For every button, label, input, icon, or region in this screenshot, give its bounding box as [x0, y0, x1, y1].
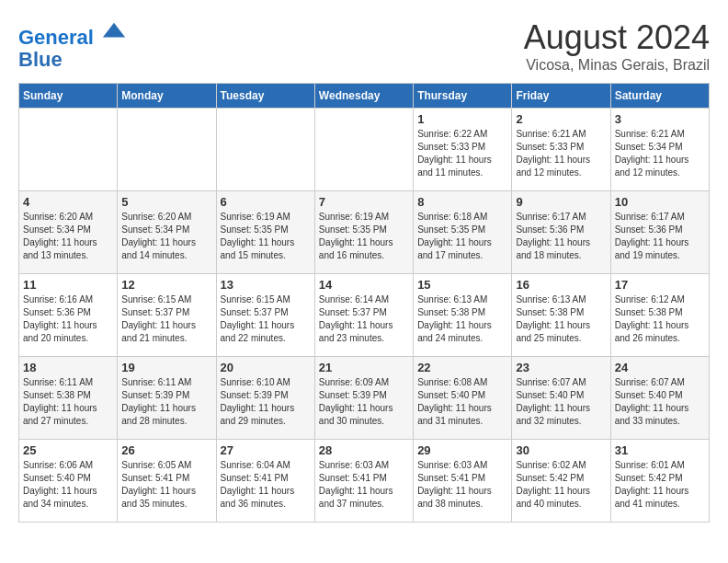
svg-marker-0	[103, 23, 125, 38]
calendar-cell: 29Sunrise: 6:03 AM Sunset: 5:41 PM Dayli…	[414, 440, 512, 523]
logo-icon	[101, 18, 127, 44]
calendar-body: 1Sunrise: 6:22 AM Sunset: 5:33 PM Daylig…	[19, 109, 710, 523]
calendar-cell: 2Sunrise: 6:21 AM Sunset: 5:33 PM Daylig…	[512, 109, 610, 191]
weekday-thursday: Thursday	[414, 84, 512, 109]
day-info: Sunrise: 6:12 AM Sunset: 5:38 PM Dayligh…	[615, 293, 705, 345]
day-number: 24	[615, 361, 705, 374]
calendar-cell	[216, 109, 314, 191]
week-row-1: 4Sunrise: 6:20 AM Sunset: 5:34 PM Daylig…	[19, 191, 710, 274]
calendar-cell	[19, 109, 118, 191]
calendar-cell: 18Sunrise: 6:11 AM Sunset: 5:38 PM Dayli…	[19, 357, 118, 440]
day-number: 2	[516, 112, 606, 126]
month-title: August 2024	[524, 18, 710, 57]
weekday-monday: Monday	[118, 84, 216, 109]
day-number: 26	[121, 443, 211, 457]
day-info: Sunrise: 6:07 AM Sunset: 5:40 PM Dayligh…	[615, 376, 705, 428]
day-number: 21	[319, 361, 409, 374]
calendar-cell: 16Sunrise: 6:13 AM Sunset: 5:38 PM Dayli…	[512, 274, 610, 357]
day-info: Sunrise: 6:14 AM Sunset: 5:37 PM Dayligh…	[319, 293, 409, 345]
day-number: 9	[516, 195, 606, 209]
calendar-cell: 21Sunrise: 6:09 AM Sunset: 5:39 PM Dayli…	[314, 357, 413, 440]
day-number: 23	[516, 361, 606, 374]
calendar-cell: 25Sunrise: 6:06 AM Sunset: 5:40 PM Dayli…	[19, 440, 118, 523]
logo-text: General Blue	[18, 18, 127, 71]
day-info: Sunrise: 6:20 AM Sunset: 5:34 PM Dayligh…	[121, 211, 211, 262]
day-number: 22	[417, 361, 507, 374]
day-info: Sunrise: 6:17 AM Sunset: 5:36 PM Dayligh…	[516, 211, 606, 262]
title-block: August 2024 Vicosa, Minas Gerais, Brazil	[524, 18, 710, 74]
calendar-cell: 17Sunrise: 6:12 AM Sunset: 5:38 PM Dayli…	[610, 274, 709, 357]
calendar-cell: 23Sunrise: 6:07 AM Sunset: 5:40 PM Dayli…	[512, 357, 610, 440]
calendar-cell: 30Sunrise: 6:02 AM Sunset: 5:42 PM Dayli…	[512, 440, 610, 523]
calendar-cell: 28Sunrise: 6:03 AM Sunset: 5:41 PM Dayli…	[314, 440, 413, 523]
day-info: Sunrise: 6:06 AM Sunset: 5:40 PM Dayligh…	[23, 459, 113, 511]
weekday-friday: Friday	[512, 84, 610, 109]
day-number: 15	[417, 278, 507, 292]
day-info: Sunrise: 6:02 AM Sunset: 5:42 PM Dayligh…	[516, 459, 606, 511]
day-number: 1	[417, 112, 507, 126]
logo: General Blue	[18, 18, 127, 71]
day-number: 18	[23, 361, 113, 374]
day-number: 19	[121, 361, 211, 374]
day-info: Sunrise: 6:22 AM Sunset: 5:33 PM Dayligh…	[417, 128, 507, 179]
logo-general: General	[18, 26, 94, 49]
day-number: 28	[319, 443, 409, 457]
day-info: Sunrise: 6:15 AM Sunset: 5:37 PM Dayligh…	[121, 293, 211, 345]
calendar-cell: 22Sunrise: 6:08 AM Sunset: 5:40 PM Dayli…	[414, 357, 512, 440]
day-number: 29	[417, 443, 507, 457]
day-info: Sunrise: 6:08 AM Sunset: 5:40 PM Dayligh…	[417, 376, 507, 428]
weekday-header-row: SundayMondayTuesdayWednesdayThursdayFrid…	[19, 84, 710, 109]
day-number: 5	[121, 195, 211, 209]
day-number: 14	[319, 278, 409, 292]
day-number: 4	[23, 195, 113, 209]
day-info: Sunrise: 6:01 AM Sunset: 5:42 PM Dayligh…	[615, 459, 705, 511]
day-number: 17	[615, 278, 705, 292]
day-info: Sunrise: 6:11 AM Sunset: 5:39 PM Dayligh…	[121, 376, 211, 428]
calendar-cell: 9Sunrise: 6:17 AM Sunset: 5:36 PM Daylig…	[512, 191, 610, 274]
day-number: 11	[23, 278, 113, 292]
day-info: Sunrise: 6:03 AM Sunset: 5:41 PM Dayligh…	[319, 459, 409, 511]
day-info: Sunrise: 6:21 AM Sunset: 5:34 PM Dayligh…	[615, 128, 705, 179]
day-number: 16	[516, 278, 606, 292]
page-header: General Blue August 2024 Vicosa, Minas G…	[18, 18, 710, 74]
day-number: 6	[221, 195, 311, 209]
week-row-0: 1Sunrise: 6:22 AM Sunset: 5:33 PM Daylig…	[19, 109, 710, 191]
calendar-cell: 27Sunrise: 6:04 AM Sunset: 5:41 PM Dayli…	[216, 440, 314, 523]
day-number: 12	[121, 278, 211, 292]
day-info: Sunrise: 6:16 AM Sunset: 5:36 PM Dayligh…	[23, 293, 113, 345]
day-info: Sunrise: 6:13 AM Sunset: 5:38 PM Dayligh…	[417, 293, 507, 345]
day-info: Sunrise: 6:04 AM Sunset: 5:41 PM Dayligh…	[221, 459, 311, 511]
week-row-3: 18Sunrise: 6:11 AM Sunset: 5:38 PM Dayli…	[19, 357, 710, 440]
calendar-table: SundayMondayTuesdayWednesdayThursdayFrid…	[18, 83, 710, 523]
logo-blue: Blue	[18, 48, 63, 71]
calendar-cell	[314, 109, 413, 191]
day-info: Sunrise: 6:20 AM Sunset: 5:34 PM Dayligh…	[23, 211, 113, 262]
weekday-saturday: Saturday	[610, 84, 709, 109]
day-number: 3	[615, 112, 705, 126]
calendar-cell: 3Sunrise: 6:21 AM Sunset: 5:34 PM Daylig…	[610, 109, 709, 191]
day-info: Sunrise: 6:15 AM Sunset: 5:37 PM Dayligh…	[221, 293, 311, 345]
calendar-cell: 11Sunrise: 6:16 AM Sunset: 5:36 PM Dayli…	[19, 274, 118, 357]
calendar-cell: 14Sunrise: 6:14 AM Sunset: 5:37 PM Dayli…	[314, 274, 413, 357]
weekday-wednesday: Wednesday	[314, 84, 413, 109]
day-info: Sunrise: 6:07 AM Sunset: 5:40 PM Dayligh…	[516, 376, 606, 428]
calendar-cell: 20Sunrise: 6:10 AM Sunset: 5:39 PM Dayli…	[216, 357, 314, 440]
calendar-cell: 7Sunrise: 6:19 AM Sunset: 5:35 PM Daylig…	[314, 191, 413, 274]
day-info: Sunrise: 6:11 AM Sunset: 5:38 PM Dayligh…	[23, 376, 113, 428]
day-info: Sunrise: 6:19 AM Sunset: 5:35 PM Dayligh…	[221, 211, 311, 262]
day-info: Sunrise: 6:18 AM Sunset: 5:35 PM Dayligh…	[417, 211, 507, 262]
calendar-cell: 19Sunrise: 6:11 AM Sunset: 5:39 PM Dayli…	[118, 357, 216, 440]
day-info: Sunrise: 6:10 AM Sunset: 5:39 PM Dayligh…	[221, 376, 311, 428]
day-number: 27	[221, 443, 311, 457]
day-number: 20	[221, 361, 311, 374]
day-info: Sunrise: 6:13 AM Sunset: 5:38 PM Dayligh…	[516, 293, 606, 345]
calendar-cell: 13Sunrise: 6:15 AM Sunset: 5:37 PM Dayli…	[216, 274, 314, 357]
calendar-cell: 8Sunrise: 6:18 AM Sunset: 5:35 PM Daylig…	[414, 191, 512, 274]
day-number: 25	[23, 443, 113, 457]
week-row-4: 25Sunrise: 6:06 AM Sunset: 5:40 PM Dayli…	[19, 440, 710, 523]
day-number: 8	[417, 195, 507, 209]
day-number: 31	[615, 443, 705, 457]
day-info: Sunrise: 6:03 AM Sunset: 5:41 PM Dayligh…	[417, 459, 507, 511]
calendar-cell: 12Sunrise: 6:15 AM Sunset: 5:37 PM Dayli…	[118, 274, 216, 357]
calendar-cell: 15Sunrise: 6:13 AM Sunset: 5:38 PM Dayli…	[414, 274, 512, 357]
